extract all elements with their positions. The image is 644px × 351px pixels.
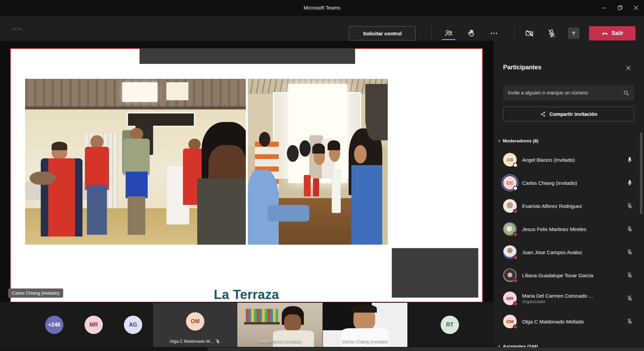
participant-row[interactable]: Evaristo Alferez Rodriguez <box>494 194 644 217</box>
panel-scrollbar[interactable] <box>640 133 642 214</box>
avatar: MR <box>503 292 517 305</box>
participant-name: Carlos Chiang (Invitado) <box>522 180 626 186</box>
teams-window: Microsoft Teams --:-- Solicitar control <box>0 0 644 351</box>
avatar: AB <box>503 153 517 166</box>
participant-mic-button[interactable] <box>626 318 634 325</box>
video-filmstrip: +246 MR AG OM Olga C Maldonado M... <box>0 302 494 347</box>
avatar <box>503 222 517 236</box>
avatar <box>503 199 517 213</box>
participant-info: Liliana Guadalupe Tovar Garcia <box>522 273 626 278</box>
participant-mic-button[interactable] <box>626 226 634 232</box>
participant-row[interactable]: Juan Jose Campos Avalos <box>494 241 644 264</box>
close-panel-button[interactable] <box>624 64 632 72</box>
avatar: CC <box>503 176 517 190</box>
participant-info: Juan Jose Campos Avalos <box>522 249 626 255</box>
video-tile-olga[interactable]: OM Olga C Maldonado M... <box>153 303 237 347</box>
presence-badge <box>513 278 518 283</box>
participant-name: Olga C Maldonado Mellado <box>522 319 626 324</box>
attendees-section-header[interactable]: ▾ Asistentes (244) <box>498 344 538 347</box>
slide-photo-dining <box>248 79 388 245</box>
tile-name-text: Olga C Maldonado M... <box>170 339 214 344</box>
minimize-button[interactable] <box>596 0 612 15</box>
participant-row[interactable]: AB Angel Blanco (Invitado) <box>494 148 644 171</box>
meeting-timer: --:-- <box>13 26 22 31</box>
participant-mic-button[interactable] <box>626 272 634 279</box>
moderators-section-header[interactable]: ▾ Moderadores (8) <box>498 138 538 143</box>
raise-hand-icon <box>467 29 476 38</box>
panel-title: Participantes <box>503 64 541 71</box>
participant-row[interactable]: MR Maria Del Carmen Coronado ... Organiz… <box>494 287 644 310</box>
invite-search-input[interactable] <box>508 90 623 95</box>
redacted-overlay-top <box>140 48 355 64</box>
participant-info: Maria Del Carmen Coronado ... Organizado… <box>522 293 626 304</box>
share-screen-button[interactable] <box>568 28 579 39</box>
participant-row[interactable]: Liliana Guadalupe Tovar Garcia <box>494 264 644 287</box>
participant-avatar-rt[interactable]: RT <box>441 316 459 334</box>
tile-name-label: Angel Blanco (Invitado) <box>237 339 323 344</box>
participants-active-underline <box>442 39 456 40</box>
photo-detail <box>25 106 246 110</box>
close-window-button[interactable] <box>628 0 644 15</box>
photo-detail <box>259 132 270 147</box>
stage-horizontal-scrollbar[interactable] <box>0 347 644 351</box>
participant-mic-button[interactable] <box>626 203 634 209</box>
share-invitation-button[interactable]: Compartir invitación <box>503 107 634 121</box>
share-invite-icon <box>540 111 546 117</box>
participant-mic-button[interactable] <box>626 156 634 163</box>
photo-detail <box>123 139 150 175</box>
raise-hand-button[interactable] <box>463 25 479 41</box>
maximize-restore-button[interactable] <box>612 0 628 15</box>
request-control-button[interactable]: Solicitar control <box>349 26 416 40</box>
meeting-toolbar: --:-- Solicitar control <box>0 15 644 41</box>
video-tile-angel[interactable]: Angel Blanco (Invitado) <box>237 303 323 347</box>
photo-detail <box>128 196 145 234</box>
participant-mic-button[interactable] <box>626 179 634 186</box>
photo-detail <box>284 314 301 331</box>
participant-avatar-ag[interactable]: AG <box>124 316 142 334</box>
mic-muted-icon <box>626 203 633 209</box>
overflow-participants-avatar[interactable]: +246 <box>45 316 63 334</box>
presence-badge <box>513 324 518 329</box>
mic-muted-icon <box>626 295 633 302</box>
share-screen-icon <box>570 30 577 37</box>
photo-detail <box>90 135 104 148</box>
photo-detail <box>52 142 67 150</box>
photo-detail <box>87 185 107 234</box>
restore-icon <box>618 5 623 10</box>
more-options-button[interactable] <box>486 25 502 41</box>
participant-name: Evaristo Alferez Rodriguez <box>522 203 626 209</box>
tile-name-text: Carlos Chiang (Invitado) <box>342 339 388 344</box>
photo-detail <box>342 328 389 347</box>
photo-detail <box>352 304 377 312</box>
mic-toggle-button[interactable] <box>544 25 560 41</box>
photo-detail <box>273 330 314 347</box>
avatar: OM <box>186 312 204 331</box>
presence-badge <box>513 255 518 260</box>
invite-search-box[interactable] <box>503 85 634 101</box>
moderators-list: AB Angel Blanco (Invitado) CC Carlos Chi… <box>494 148 644 333</box>
participant-row[interactable]: CC Carlos Chiang (Invitado) <box>494 171 644 194</box>
participant-row[interactable]: Jesus Felix Martinez Mireles <box>494 217 644 241</box>
participant-mic-button[interactable] <box>626 295 634 302</box>
slide-photo-kitchen <box>25 79 246 245</box>
more-options-icon <box>490 29 498 38</box>
video-tile-carlos[interactable]: Carlos Chiang (Invitado) <box>323 303 407 347</box>
scrollbar-thumb[interactable] <box>207 348 644 351</box>
camera-toggle-button[interactable] <box>521 25 538 41</box>
photo-detail <box>197 178 246 245</box>
participant-row[interactable]: OM Olga C Maldonado Mellado <box>494 310 644 333</box>
photo-detail <box>365 84 388 140</box>
tile-name-label: Olga C Maldonado M... <box>153 339 237 344</box>
leave-meeting-button[interactable]: Salir <box>589 26 636 40</box>
photo-detail <box>122 82 158 102</box>
hang-up-icon <box>601 30 609 37</box>
participant-mic-button[interactable] <box>626 249 634 256</box>
presence-badge <box>513 163 518 168</box>
window-title: Microsoft Teams <box>0 5 644 11</box>
camera-off-icon <box>525 29 534 38</box>
participant-avatar-mr[interactable]: MR <box>85 316 103 334</box>
avatar <box>503 245 517 259</box>
photo-detail <box>30 172 56 185</box>
leave-label: Salir <box>612 30 624 36</box>
participant-info: Jesus Felix Martinez Mireles <box>522 226 626 232</box>
